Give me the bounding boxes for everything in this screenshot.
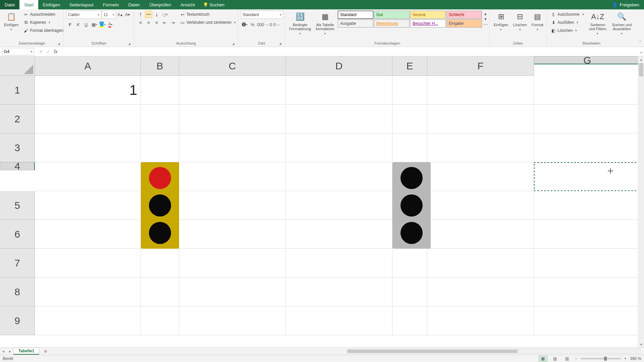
decrease-indent-button[interactable]: ⇤	[161, 19, 168, 26]
cell-G6[interactable]	[534, 220, 641, 249]
cell-G1[interactable]	[534, 76, 641, 105]
cell-C1[interactable]	[179, 76, 286, 105]
add-sheet-button[interactable]: ⊕	[42, 348, 49, 355]
column-header-A[interactable]: A	[35, 56, 141, 76]
cell-G8[interactable]	[534, 278, 641, 306]
row-header-7[interactable]: 7	[0, 249, 35, 278]
cell-E7[interactable]	[392, 249, 427, 278]
cell-style-4[interactable]: Ausgabe	[338, 19, 373, 27]
format-painter-button[interactable]: 🖌Format übertragen	[22, 27, 64, 34]
row-header-3[interactable]: 3	[0, 133, 35, 162]
cell-G5[interactable]	[534, 191, 641, 220]
wrap-text-button[interactable]: ↩Textumbruch	[178, 11, 237, 18]
cell-C3[interactable]	[179, 133, 286, 162]
underline-button[interactable]: U	[83, 21, 90, 28]
zoom-slider[interactable]	[581, 358, 621, 359]
number-launcher[interactable]: ◢	[279, 42, 281, 45]
cell-D5[interactable]	[286, 191, 392, 220]
row-header-8[interactable]: 8	[0, 278, 35, 306]
cell-A7[interactable]	[35, 249, 141, 278]
cell-B4[interactable]	[141, 162, 179, 191]
cell-B5[interactable]	[141, 191, 179, 220]
cell-C2[interactable]	[179, 105, 286, 133]
cell-F6[interactable]	[427, 220, 534, 249]
percent-format-button[interactable]: %	[249, 21, 256, 28]
cell-E3[interactable]	[392, 133, 427, 162]
zoom-in-button[interactable]: +	[624, 356, 627, 361]
cell-D4[interactable]	[286, 162, 392, 191]
paste-button[interactable]: 📋 Einfügen ▾	[3, 11, 20, 32]
collapse-ribbon-button[interactable]: ˄	[636, 39, 644, 47]
align-center-button[interactable]: ≡	[145, 19, 152, 26]
alignment-launcher[interactable]: ◢	[232, 42, 234, 45]
sheet-nav-prev[interactable]: ▸	[7, 349, 13, 354]
font-size-select[interactable]: 11▾	[102, 11, 116, 19]
column-header-C[interactable]: C	[179, 56, 286, 76]
cell-A8[interactable]	[35, 278, 141, 306]
fx-icon[interactable]: fx	[52, 49, 59, 54]
vertical-scroll-thumb[interactable]	[639, 63, 643, 76]
cell-E9[interactable]	[392, 306, 427, 335]
cell-G9[interactable]	[534, 306, 641, 335]
tab-ueberpruefen[interactable]: Überprüfen	[145, 0, 176, 9]
cell-style-2[interactable]: Neutral	[410, 11, 446, 19]
fill-color-button[interactable]: 🪣▾	[99, 21, 106, 28]
cell-F3[interactable]	[427, 133, 534, 162]
row-header-9[interactable]: 9	[0, 306, 35, 335]
cell-E2[interactable]	[392, 105, 427, 133]
cell-B7[interactable]	[141, 249, 179, 278]
row-header-4[interactable]: 4	[0, 162, 35, 170]
column-header-B[interactable]: B	[141, 56, 179, 76]
tab-start[interactable]: Start	[19, 0, 38, 9]
tell-me-search[interactable]: 💡 Suchen	[203, 2, 224, 7]
cell-C7[interactable]	[179, 249, 286, 278]
horizontal-scroll-thumb[interactable]	[347, 350, 518, 353]
increase-indent-button[interactable]: ⇥	[169, 19, 176, 26]
cell-B2[interactable]	[141, 105, 179, 133]
share-button[interactable]: 👤 Freigeben	[607, 2, 644, 7]
italic-button[interactable]: K	[74, 21, 82, 28]
increase-decimal-button[interactable]: ←0	[265, 21, 272, 28]
cell-style-1[interactable]: Gut	[374, 11, 410, 19]
cell-A1[interactable]: 1	[35, 76, 141, 105]
orientation-button[interactable]: ⭯▾	[161, 11, 168, 18]
cell-style-7[interactable]: Eingabe	[446, 19, 482, 27]
sheet-tab-active[interactable]: Tabelle1	[13, 348, 39, 355]
cell-A9[interactable]	[35, 306, 141, 335]
sort-filter-button[interactable]: A↓ZSortieren und Filtern▾	[587, 11, 608, 36]
cell-F9[interactable]	[427, 306, 534, 335]
cell-F1[interactable]	[427, 76, 534, 105]
format-cells-button[interactable]: ▤Format▾	[530, 11, 545, 32]
tab-formeln[interactable]: Formeln	[98, 0, 124, 9]
copy-button[interactable]: ⧉Kopieren▾	[22, 19, 64, 26]
cell-C8[interactable]	[179, 278, 286, 306]
increase-font-button[interactable]: A▴	[117, 11, 124, 18]
merge-center-button[interactable]: ▭Verbinden und zentrieren▾	[178, 19, 237, 26]
cell-B6[interactable]	[141, 220, 179, 249]
normal-view-button[interactable]: ▦	[539, 356, 547, 362]
insert-cells-button[interactable]: ⊞Einfügen▾	[492, 11, 509, 32]
row-header-2[interactable]: 2	[0, 105, 35, 133]
column-header-E[interactable]: E	[392, 56, 427, 76]
confirm-formula-icon[interactable]: ✓	[45, 49, 52, 54]
align-bottom-button[interactable]: ⭳	[153, 11, 160, 18]
cell-C5[interactable]	[179, 191, 286, 220]
tab-daten[interactable]: Daten	[123, 0, 145, 9]
formula-input[interactable]	[59, 49, 638, 54]
cell-F7[interactable]	[427, 249, 534, 278]
cell-D9[interactable]	[286, 306, 392, 335]
cell-C6[interactable]	[179, 220, 286, 249]
name-box[interactable]: G4 ▾	[2, 48, 34, 55]
styles-scroll-down[interactable]: ▾	[483, 16, 488, 21]
cell-F8[interactable]	[427, 278, 534, 306]
row-header-1[interactable]: 1	[0, 76, 35, 105]
cell-E8[interactable]	[392, 278, 427, 306]
format-as-table-button[interactable]: ▦ Als Tabelle formatieren▾	[314, 11, 336, 36]
page-break-view-button[interactable]: ▥	[563, 356, 572, 362]
cell-B9[interactable]	[141, 306, 179, 335]
row-header-6[interactable]: 6	[0, 220, 35, 249]
accounting-format-button[interactable]: 🅒▾	[241, 21, 248, 28]
cut-button[interactable]: ✂Ausschneiden	[22, 11, 64, 18]
row-header-5[interactable]: 5	[0, 191, 35, 220]
fill-button[interactable]: ⬇Ausfüllen▾	[549, 19, 585, 26]
